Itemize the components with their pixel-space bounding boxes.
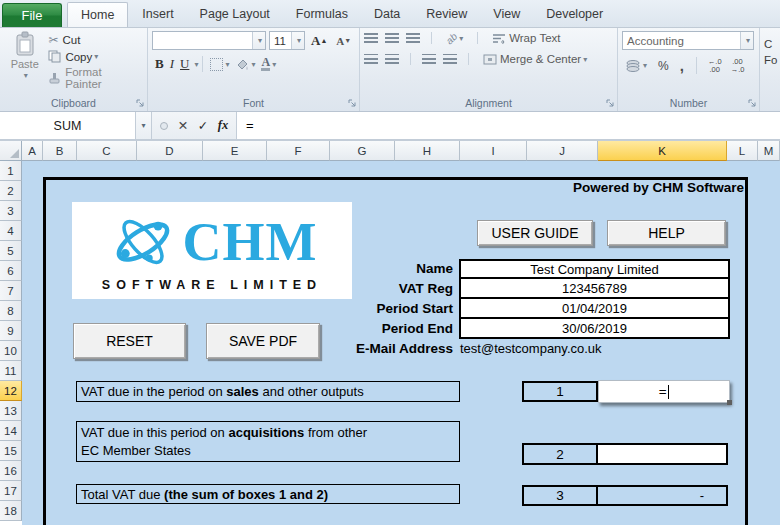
- percent-style-button[interactable]: %: [655, 58, 672, 74]
- align-center-icon[interactable]: [385, 54, 399, 64]
- wrap-text-icon: [492, 33, 506, 44]
- row-header[interactable]: 7: [0, 281, 22, 301]
- tab-page-layout[interactable]: Page Layout: [187, 2, 283, 27]
- column-header-c[interactable]: C: [77, 141, 137, 161]
- row-header[interactable]: 5: [0, 241, 22, 261]
- column-header-k-selected[interactable]: K: [598, 141, 727, 161]
- paste-button[interactable]: Paste ▾: [4, 31, 45, 95]
- period-start-field[interactable]: 01/04/2019: [459, 299, 730, 319]
- font-size-value: 11: [270, 35, 291, 47]
- merge-center-button[interactable]: Merge & Center ▾: [480, 52, 590, 66]
- orientation-button[interactable]: ab ▾: [443, 32, 466, 45]
- comma-style-button[interactable]: ,: [677, 56, 687, 75]
- period-end-field[interactable]: 30/06/2019: [459, 319, 730, 339]
- save-pdf-button[interactable]: SAVE PDF: [206, 323, 320, 359]
- name-box[interactable]: SUM: [0, 112, 136, 139]
- row-header[interactable]: 1: [0, 161, 22, 181]
- name-box-dropdown-icon[interactable]: ▾: [136, 112, 152, 139]
- decrease-indent-icon[interactable]: [422, 54, 436, 64]
- row-header[interactable]: 6: [0, 261, 22, 281]
- column-header-b[interactable]: B: [43, 141, 77, 161]
- tab-developer[interactable]: Developer: [533, 2, 616, 27]
- decrease-decimal-button[interactable]: .00 →.0: [729, 58, 747, 74]
- row-header[interactable]: 13: [0, 401, 22, 421]
- column-header-a[interactable]: A: [22, 141, 43, 161]
- row-header[interactable]: 10: [0, 341, 22, 361]
- row-header[interactable]: 15: [0, 441, 22, 461]
- number-dialog-launcher-icon[interactable]: [748, 99, 757, 108]
- column-header-g[interactable]: G: [330, 141, 395, 161]
- active-edit-cell-k12[interactable]: =: [598, 380, 730, 403]
- copy-button[interactable]: Copy ▾: [45, 49, 143, 64]
- row-header[interactable]: 17: [0, 481, 22, 501]
- tab-data[interactable]: Data: [361, 2, 413, 27]
- column-header-h[interactable]: H: [395, 141, 460, 161]
- tab-home[interactable]: Home: [67, 2, 128, 27]
- user-guide-button[interactable]: USER GUIDE: [477, 220, 593, 246]
- row-header[interactable]: 2: [0, 181, 22, 201]
- orientation-icon: ab: [444, 30, 460, 46]
- number-format-combo[interactable]: Accounting ▾: [622, 31, 754, 50]
- borders-button[interactable]: ▾: [207, 57, 232, 72]
- format-painter-button[interactable]: Format Painter: [45, 65, 143, 91]
- font-name-combo[interactable]: ▾: [152, 31, 266, 50]
- formula-bar-handle[interactable]: [160, 122, 168, 130]
- italic-button[interactable]: I: [167, 55, 177, 73]
- align-left-icon[interactable]: [364, 54, 378, 64]
- align-top-icon[interactable]: [364, 33, 378, 43]
- bold-button[interactable]: B: [152, 55, 167, 73]
- row-header[interactable]: 4: [0, 221, 22, 241]
- accounting-format-button[interactable]: ▾: [622, 58, 650, 73]
- tab-view[interactable]: View: [480, 2, 533, 27]
- font-dialog-launcher-icon[interactable]: [348, 99, 357, 108]
- shrink-font-button[interactable]: A▼: [333, 34, 354, 48]
- vat-box-2-value-cell[interactable]: [598, 445, 726, 463]
- vat-box-3-value-cell[interactable]: -: [598, 487, 726, 504]
- tab-formulas[interactable]: Formulas: [283, 2, 361, 27]
- reset-button[interactable]: RESET: [73, 323, 186, 359]
- formula-input[interactable]: =: [236, 112, 780, 139]
- row-header[interactable]: 8: [0, 301, 22, 321]
- select-all-corner[interactable]: [0, 141, 22, 161]
- align-bottom-icon[interactable]: [406, 33, 420, 43]
- help-button[interactable]: HELP: [607, 220, 726, 246]
- tab-review[interactable]: Review: [413, 2, 480, 27]
- sheet-canvas[interactable]: Powered by CHM Software CHM SOFTWARE LIM…: [22, 161, 780, 525]
- increase-decimal-button[interactable]: ←.0 .00: [706, 58, 724, 74]
- paste-label: Paste: [8, 57, 42, 71]
- tab-file[interactable]: File: [2, 3, 62, 27]
- row-header[interactable]: 3: [0, 201, 22, 221]
- underline-button[interactable]: U: [177, 55, 192, 73]
- column-header-j[interactable]: J: [527, 141, 598, 161]
- column-header-f[interactable]: F: [267, 141, 330, 161]
- insert-function-button[interactable]: fx: [213, 115, 233, 136]
- enter-button[interactable]: ✓: [193, 115, 213, 136]
- row-header-12-selected[interactable]: 12: [0, 381, 22, 401]
- row-header[interactable]: 9: [0, 321, 22, 341]
- clipboard-dialog-launcher-icon[interactable]: [136, 99, 145, 108]
- alignment-dialog-launcher-icon[interactable]: [606, 99, 615, 108]
- row-header[interactable]: 16: [0, 461, 22, 481]
- vat-reg-field[interactable]: 123456789: [459, 279, 730, 299]
- cut-button[interactable]: ✂ Cut: [45, 32, 143, 48]
- row-header[interactable]: 11: [0, 361, 22, 381]
- align-middle-icon[interactable]: [385, 33, 399, 43]
- font-color-button[interactable]: A ▾: [258, 56, 279, 72]
- column-header-e[interactable]: E: [203, 141, 267, 161]
- row-header[interactable]: 14: [0, 421, 22, 441]
- font-size-combo[interactable]: 11 ▾: [269, 31, 305, 50]
- name-field[interactable]: Test Company Limited: [459, 259, 730, 279]
- email-value[interactable]: test@testcompany.co.uk: [460, 339, 602, 359]
- cancel-button[interactable]: ✕: [173, 115, 193, 136]
- tab-insert[interactable]: Insert: [129, 2, 186, 27]
- column-header-l[interactable]: L: [727, 141, 758, 161]
- row-header[interactable]: 18: [0, 501, 22, 521]
- number-group-label: Number: [618, 95, 759, 111]
- increase-indent-icon[interactable]: [443, 54, 457, 64]
- column-header-d[interactable]: D: [137, 141, 203, 161]
- column-header-i[interactable]: I: [460, 141, 527, 161]
- fill-color-button[interactable]: ▾: [232, 56, 258, 72]
- column-header-m[interactable]: M: [758, 141, 780, 161]
- grow-font-button[interactable]: A▲: [308, 32, 330, 50]
- wrap-text-button[interactable]: Wrap Text: [489, 31, 563, 45]
